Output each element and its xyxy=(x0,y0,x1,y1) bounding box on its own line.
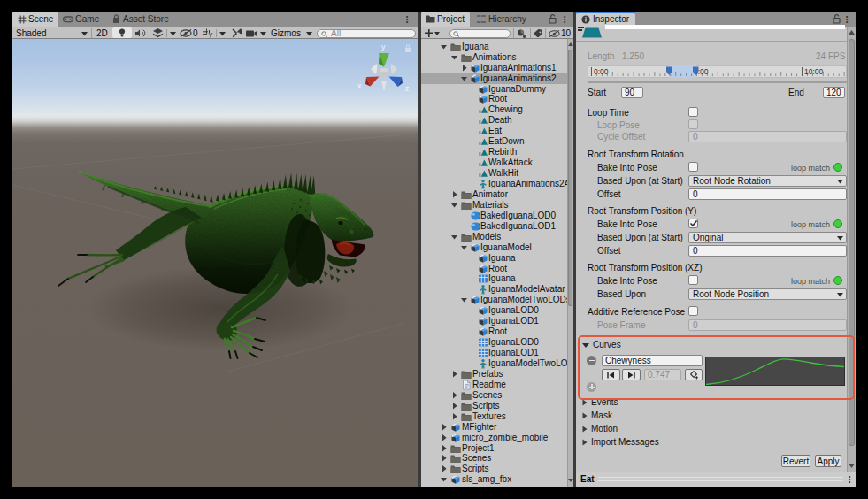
svg-text:y: y xyxy=(381,42,386,51)
svg-text:x: x xyxy=(357,81,362,90)
svg-text:Persp: Persp xyxy=(380,105,403,115)
svg-text:10:00: 10:00 xyxy=(804,67,824,76)
svg-text:z: z xyxy=(405,84,410,93)
svg-text:0:00: 0:00 xyxy=(594,67,609,76)
